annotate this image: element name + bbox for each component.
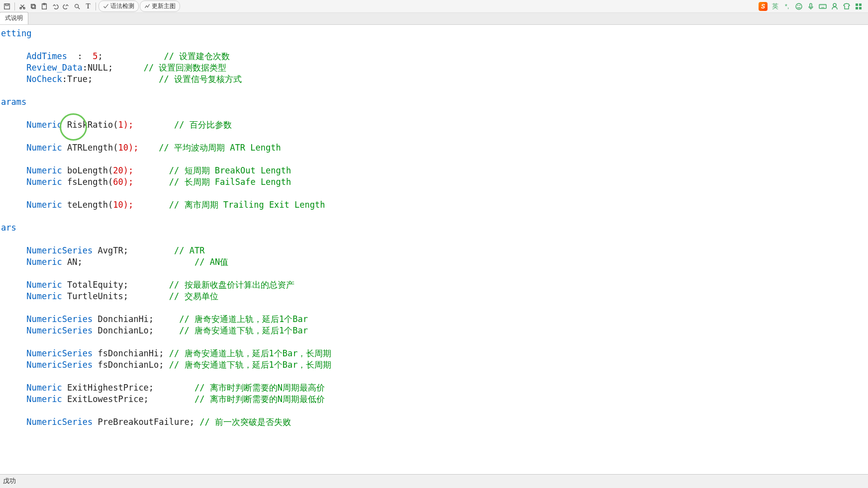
syntax-check-button[interactable]: 语法检测 bbox=[98, 0, 139, 12]
svg-rect-17 bbox=[856, 7, 858, 9]
section-params: arams bbox=[1, 97, 26, 107]
svg-point-11 bbox=[799, 5, 800, 6]
ime-toolbox-icon[interactable] bbox=[854, 2, 863, 11]
section-vars: ars bbox=[1, 223, 16, 233]
ime-skin-icon[interactable] bbox=[842, 2, 851, 11]
separator bbox=[96, 2, 96, 10]
copy-icon[interactable] bbox=[28, 1, 38, 11]
toolbar: T 语法检测 更新主图 S 英 *, bbox=[0, 0, 868, 13]
ime-user-icon[interactable] bbox=[830, 2, 839, 11]
svg-rect-16 bbox=[859, 3, 862, 6]
section-setting: etting bbox=[1, 28, 31, 38]
svg-point-8 bbox=[75, 4, 79, 7]
paste-icon[interactable] bbox=[39, 1, 49, 11]
svg-rect-4 bbox=[31, 4, 35, 7]
ime-punct-icon[interactable]: *, bbox=[782, 2, 791, 11]
ime-emoji-icon[interactable] bbox=[794, 2, 803, 11]
svg-point-14 bbox=[833, 3, 836, 6]
status-text: 戊功 bbox=[3, 477, 16, 485]
svg-rect-18 bbox=[859, 7, 862, 9]
svg-point-9 bbox=[796, 3, 802, 9]
update-chart-label: 更新主图 bbox=[152, 2, 176, 10]
search-icon[interactable] bbox=[72, 1, 82, 11]
ime-lang-icon[interactable]: 英 bbox=[771, 2, 779, 11]
status-bar: 戊功 bbox=[0, 474, 868, 488]
svg-rect-0 bbox=[4, 3, 10, 9]
text-icon[interactable]: T bbox=[83, 1, 93, 11]
svg-rect-5 bbox=[32, 5, 35, 8]
svg-rect-12 bbox=[810, 3, 812, 7]
update-chart-button[interactable]: 更新主图 bbox=[140, 0, 180, 12]
syntax-check-label: 语法检测 bbox=[110, 2, 134, 10]
undo-icon[interactable] bbox=[50, 1, 60, 11]
ime-status-bar: S 英 *, bbox=[759, 2, 866, 11]
separator bbox=[14, 2, 15, 10]
svg-rect-15 bbox=[856, 3, 858, 6]
ime-keyboard-icon[interactable] bbox=[818, 2, 827, 11]
code-editor[interactable]: etting AddTimes : 5; // 设置建仓次数 Review_Da… bbox=[0, 25, 868, 462]
svg-point-10 bbox=[797, 5, 798, 6]
svg-rect-13 bbox=[819, 4, 826, 8]
ime-voice-icon[interactable] bbox=[806, 2, 815, 11]
svg-rect-1 bbox=[5, 3, 8, 5]
redo-icon[interactable] bbox=[61, 1, 71, 11]
save-icon[interactable] bbox=[2, 1, 12, 11]
sogou-logo-icon[interactable]: S bbox=[759, 2, 768, 11]
tab-formula-desc[interactable]: 式说明 bbox=[0, 12, 28, 24]
cut-icon[interactable] bbox=[17, 1, 27, 11]
tab-bar: 式说明 bbox=[0, 13, 868, 25]
